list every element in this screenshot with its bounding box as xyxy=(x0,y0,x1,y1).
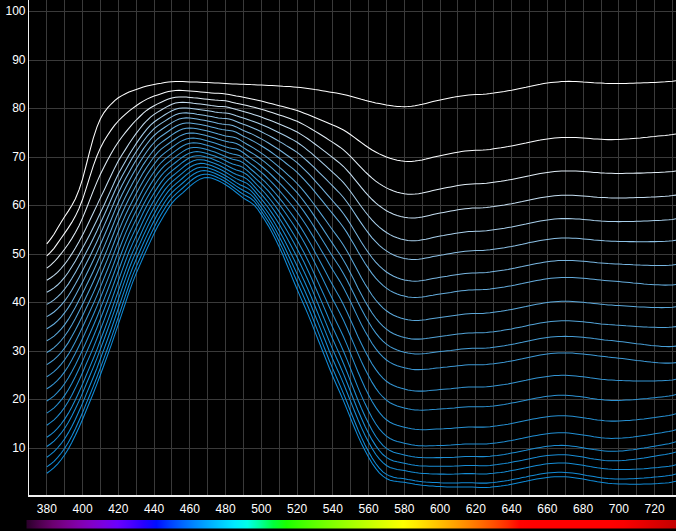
svg-text:580: 580 xyxy=(394,502,414,516)
svg-text:50: 50 xyxy=(12,247,26,261)
svg-text:480: 480 xyxy=(216,502,236,516)
svg-text:520: 520 xyxy=(287,502,307,516)
svg-text:10: 10 xyxy=(12,441,26,455)
svg-text:420: 420 xyxy=(108,502,128,516)
svg-text:440: 440 xyxy=(144,502,164,516)
svg-text:400: 400 xyxy=(73,502,93,516)
svg-text:560: 560 xyxy=(359,502,379,516)
svg-text:660: 660 xyxy=(537,502,557,516)
svg-text:40: 40 xyxy=(12,295,26,309)
svg-text:80: 80 xyxy=(12,101,26,115)
svg-text:60: 60 xyxy=(12,198,26,212)
svg-text:680: 680 xyxy=(573,502,593,516)
svg-text:620: 620 xyxy=(466,502,486,516)
svg-text:640: 640 xyxy=(502,502,522,516)
svg-text:600: 600 xyxy=(430,502,450,516)
svg-text:90: 90 xyxy=(12,53,26,67)
svg-text:720: 720 xyxy=(645,502,665,516)
svg-text:70: 70 xyxy=(12,150,26,164)
svg-text:380: 380 xyxy=(37,502,57,516)
svg-text:460: 460 xyxy=(180,502,200,516)
svg-text:100: 100 xyxy=(5,4,25,18)
svg-text:500: 500 xyxy=(251,502,271,516)
svg-text:700: 700 xyxy=(609,502,629,516)
svg-text:30: 30 xyxy=(12,344,26,358)
svg-text:540: 540 xyxy=(323,502,343,516)
svg-text:20: 20 xyxy=(12,392,26,406)
